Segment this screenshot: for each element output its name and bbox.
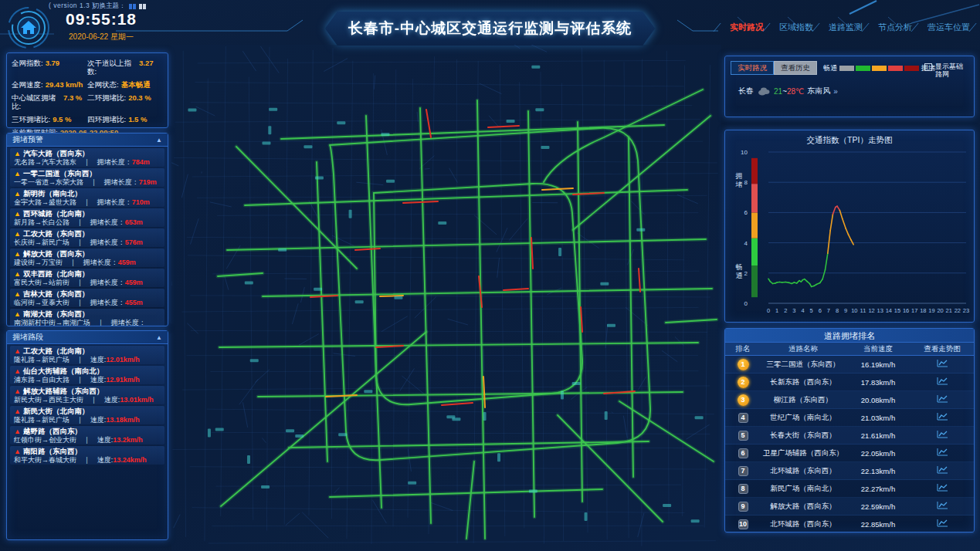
warning-icon: ▲ (14, 251, 21, 258)
table-row[interactable]: 1三零二国道（东向西）16.19km/h (725, 356, 974, 374)
warning-icon: ▲ (14, 271, 21, 278)
warning-icon: ▲ (14, 348, 21, 355)
list-item[interactable]: ▲解放大路（西向东）建设街→万宝街 ｜ 拥堵长度：459m (10, 248, 164, 267)
table-row[interactable]: 7北环城路（东向西）22.13km/h (725, 462, 974, 480)
trend-chart-icon[interactable] (937, 430, 948, 441)
stat-value: 3.27 (139, 59, 154, 76)
svg-text:16: 16 (903, 307, 909, 314)
trend-chart-icon[interactable] (937, 412, 948, 423)
congested-panel-title: 拥堵路段 (12, 332, 43, 343)
table-row[interactable]: 2长新东路（西向东）17.83km/h (725, 374, 974, 391)
list-item[interactable]: ▲仙台大街辅路（南向北）浦东路→自由大路 ｜ 速度:12.91km/h (10, 366, 164, 384)
svg-text:2: 2 (784, 307, 787, 314)
trend-chart-icon[interactable] (937, 519, 948, 529)
metric-value: 710m (132, 198, 150, 206)
legend-color-swatch (856, 66, 870, 71)
list-item[interactable]: ▲解放大路辅路（东向西）新民大街→西民主大街 ｜ 速度:13.01km/h (10, 386, 164, 404)
nav-item-节点分析[interactable]: 节点分析 (878, 22, 912, 33)
trend-chart-icon[interactable] (937, 501, 948, 512)
ranking-title: 道路拥堵排名 (725, 329, 974, 343)
theme-swatch-light-icon[interactable] (139, 4, 146, 9)
list-item[interactable]: ▲汽车大路（西向东）无名路→汽车大路东 ｜ 拥堵长度：784m (10, 148, 164, 167)
stat-metric: 三环拥堵比:9.5 % (12, 115, 87, 123)
tab-实时路况[interactable]: 实时路况 (731, 61, 774, 75)
svg-text:4: 4 (801, 307, 804, 314)
road-name: 解放大路（西向东） (761, 502, 846, 512)
trend-chart-icon[interactable] (937, 359, 948, 370)
table-row[interactable]: 4世纪广场（南向北）21.03km/h (725, 409, 974, 427)
weather-widget[interactable]: 长春 21~28℃ 东南风 » (738, 86, 968, 96)
svg-text:10: 10 (851, 307, 857, 314)
list-item[interactable]: ▲新民大街（北向南）隆礼路→新民广场 ｜ 速度:13.18km/h (10, 406, 164, 424)
list-item[interactable]: ▲南湖大路（东向西）南湖新村中街→南湖广场 ｜ 拥堵长度：438m (10, 309, 164, 326)
legend-left-label: 畅通 (823, 63, 837, 73)
stat-metric: 全网速度:29.43 km/h (12, 80, 87, 89)
table-row[interactable]: 6卫星广场辅路（西向东）22.05km/h (725, 445, 974, 462)
table-row[interactable]: 5长春大街（东向西）21.61km/h (725, 427, 974, 445)
list-item[interactable]: ▲吉林大路（东向西）临河街→亚泰大街 ｜ 拥堵长度：455m (10, 289, 164, 307)
list-item[interactable]: ▲西环城路（北向南）新月路→长白公路 ｜ 拥堵长度：653m (10, 208, 164, 227)
tab-查看历史[interactable]: 查看历史 (774, 61, 817, 75)
home-button[interactable] (6, 5, 51, 50)
traffic-legend: 畅通 拥堵 (823, 63, 935, 73)
list-item[interactable]: ▲双丰西路（北向南）富民大街→站前街 ｜ 拥堵长度：459m (10, 269, 164, 287)
legend-color-swatch (904, 66, 919, 71)
table-row[interactable]: 10北环城路（西向东）22.85km/h (725, 516, 974, 533)
rank-badge: 9 (738, 502, 748, 512)
svg-text:0: 0 (767, 307, 770, 314)
table-row[interactable]: 8新民广场（南向北）22.27km/h (725, 480, 974, 498)
nav-item-营运车位置[interactable]: 营运车位置 (927, 22, 970, 33)
show-base-network-checkbox[interactable]: 显示基础路网 (924, 63, 969, 78)
list-item[interactable]: ▲南阳路（东向西）和平大街→春城大街 ｜ 速度:13.24km/h (10, 446, 164, 465)
checkbox-icon[interactable] (924, 63, 932, 71)
svg-text:20: 20 (937, 307, 943, 314)
stat-metric: 全网指数:3.79 (12, 59, 87, 76)
list-item[interactable]: ▲新明街（南向北）金宇大路→盛世大路 ｜ 拥堵长度：710m (10, 188, 164, 207)
warning-icon: ▲ (14, 191, 21, 198)
chevron-right-icon[interactable]: » (833, 87, 838, 96)
ranking-header-cell: 查看走势图 (910, 344, 974, 354)
checkbox-label: 显示基础路网 (935, 63, 969, 78)
trend-chart-icon[interactable] (937, 448, 948, 458)
trend-chart-icon[interactable] (937, 483, 948, 494)
nav-item-道路监测[interactable]: 道路监测 (829, 22, 863, 33)
svg-text:8: 8 (744, 179, 748, 186)
theme-swatch-blue-icon[interactable] (129, 4, 136, 9)
weather-city: 长春 (738, 86, 754, 96)
table-row[interactable]: 9解放大路（西向东）22.59km/h (725, 498, 974, 516)
stat-value: 9.5 % (53, 115, 71, 123)
congestion-warning-panel: 拥堵预警 ▲ ▲汽车大路（西向东）无名路→汽车大路东 ｜ 拥堵长度：784m▲一… (6, 133, 168, 326)
svg-text:13: 13 (877, 307, 883, 314)
metric-value: 12.01km/h (106, 356, 140, 363)
metric-value: 13.24km/h (113, 456, 147, 464)
nav-separator (762, 23, 777, 32)
collapse-arrow-icon[interactable]: ▲ (156, 334, 162, 341)
collapse-arrow-icon[interactable]: ▲ (156, 137, 162, 144)
road-speed: 22.85km/h (846, 520, 910, 529)
trend-chart-icon[interactable] (937, 377, 948, 387)
svg-text:拥: 拥 (735, 172, 743, 180)
svg-text:7: 7 (827, 307, 830, 314)
trend-chart-icon[interactable] (937, 394, 948, 405)
warning-panel-header: 拥堵预警 ▲ (7, 134, 168, 147)
svg-text:12: 12 (868, 307, 874, 314)
warning-icon: ▲ (14, 428, 21, 435)
nav-item-实时路况[interactable]: 实时路况 (730, 22, 764, 33)
table-row[interactable]: 3柳江路（东向西）20.08km/h (725, 391, 974, 409)
svg-text:2: 2 (744, 270, 748, 277)
svg-text:3: 3 (792, 307, 795, 314)
metric-value: 784m (132, 158, 150, 166)
metric-value: 13.18km/h (106, 416, 140, 424)
city-traffic-map[interactable] (171, 45, 721, 551)
list-item[interactable]: ▲工农大路（北向南）隆礼路→新民广场 ｜ 速度:12.01km/h (10, 346, 164, 364)
road-speed: 22.27km/h (846, 485, 910, 493)
road-name: 世纪广场（南向北） (761, 413, 846, 423)
metric-value: 459m (125, 279, 143, 286)
list-item[interactable]: ▲越野路（西向东）红领巾街→创业大街 ｜ 速度:13.2km/h (10, 426, 164, 445)
nav-item-区域指数[interactable]: 区域指数 (779, 22, 813, 33)
trend-chart-icon[interactable] (937, 465, 948, 476)
list-item[interactable]: ▲一零二国道（东向西）一零一省道→东荣大路 ｜ 拥堵长度：719m (10, 168, 164, 187)
list-item[interactable]: ▲工农大路（东向西）长庆街→新民广场 ｜ 拥堵长度：576m (10, 228, 164, 247)
metric-value: 455m (125, 299, 143, 306)
rank-badge: 6 (738, 448, 748, 458)
